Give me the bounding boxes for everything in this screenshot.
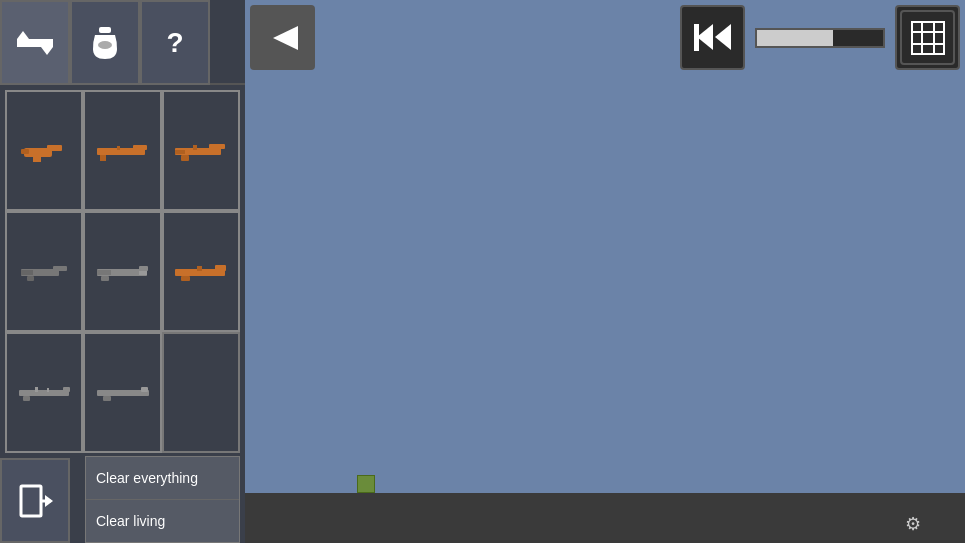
item-button[interactable]: [70, 0, 140, 85]
sidebar-bottom: Clear everything Clear living: [0, 458, 245, 543]
svg-rect-18: [193, 145, 197, 150]
progress-bar-container: [750, 5, 890, 70]
svg-rect-12: [133, 145, 147, 150]
svg-rect-26: [101, 276, 109, 281]
weapon-slot-5[interactable]: [162, 211, 240, 332]
svg-rect-22: [27, 276, 34, 281]
svg-rect-47: [694, 24, 699, 51]
main-area: ⚙: [245, 0, 965, 543]
clear-living-button[interactable]: Clear living: [86, 500, 239, 542]
back-button[interactable]: [250, 5, 315, 70]
svg-rect-33: [19, 390, 69, 396]
svg-rect-4: [99, 27, 111, 33]
progress-fill: [757, 30, 833, 46]
top-toolbar: ?: [0, 0, 245, 85]
svg-rect-54: [912, 22, 944, 54]
svg-rect-39: [141, 387, 148, 392]
grid-toggle-button[interactable]: [900, 10, 955, 65]
rewind-button[interactable]: [680, 5, 745, 70]
svg-rect-41: [21, 486, 41, 516]
svg-marker-1: [17, 31, 29, 39]
svg-rect-23: [21, 270, 33, 275]
weapon-slot-7[interactable]: [83, 332, 161, 453]
svg-rect-8: [47, 145, 62, 151]
weapon-slot-6[interactable]: [5, 332, 83, 453]
clear-everything-button[interactable]: Clear everything: [86, 457, 239, 500]
weapon-slot-4[interactable]: [83, 211, 161, 332]
svg-marker-45: [697, 24, 713, 50]
svg-rect-3: [17, 42, 53, 47]
char-icon: ⚙: [905, 513, 925, 533]
svg-rect-21: [53, 266, 67, 271]
green-object: [357, 475, 375, 493]
svg-rect-35: [23, 396, 30, 401]
sidebar: ?: [0, 0, 245, 543]
svg-rect-37: [47, 388, 49, 392]
svg-text:?: ?: [166, 27, 183, 58]
svg-rect-34: [63, 387, 70, 392]
ground: [245, 493, 965, 543]
svg-rect-28: [139, 271, 147, 275]
svg-rect-16: [209, 144, 225, 149]
weapon-slot-2[interactable]: [162, 90, 240, 211]
exit-button[interactable]: [0, 458, 70, 543]
svg-rect-36: [35, 387, 38, 392]
svg-rect-27: [97, 270, 111, 275]
svg-rect-40: [103, 396, 111, 401]
svg-marker-44: [273, 26, 298, 50]
svg-marker-43: [45, 495, 53, 507]
svg-rect-9: [33, 157, 41, 162]
weapon-slot-3[interactable]: [5, 211, 83, 332]
svg-rect-25: [139, 266, 148, 271]
context-menu: Clear everything Clear living: [85, 456, 240, 543]
svg-marker-2: [41, 47, 53, 55]
svg-rect-32: [197, 266, 202, 271]
swap-button[interactable]: [0, 0, 70, 85]
svg-marker-46: [715, 24, 731, 50]
svg-rect-19: [175, 150, 185, 154]
svg-rect-10: [21, 149, 29, 154]
svg-rect-14: [117, 146, 120, 150]
progress-bar: [755, 28, 885, 48]
help-button[interactable]: ?: [140, 0, 210, 85]
svg-rect-17: [181, 155, 189, 161]
svg-point-5: [98, 41, 112, 49]
svg-rect-13: [100, 155, 106, 161]
svg-rect-31: [181, 276, 190, 281]
weapon-slot-1[interactable]: [83, 90, 161, 211]
weapon-slot-0[interactable]: [5, 90, 83, 211]
weapon-slot-8[interactable]: [162, 332, 240, 453]
svg-rect-30: [215, 265, 226, 271]
weapon-grid: [0, 85, 245, 458]
